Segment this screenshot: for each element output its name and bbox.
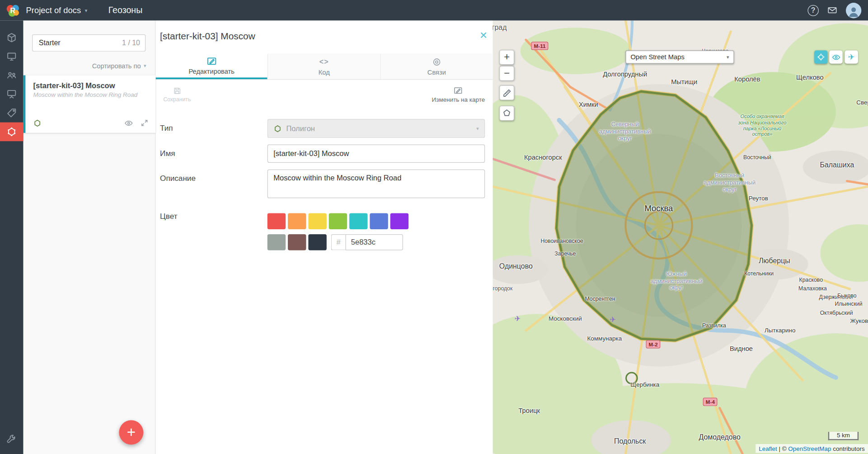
description-textarea[interactable]: Moscow within the Moscow Ring Road xyxy=(267,170,485,199)
search-counter: 1 / 10 xyxy=(122,39,140,47)
polygon-icon xyxy=(273,124,282,132)
top-bar: R Project of docs ▾ Геозоны ? xyxy=(0,0,868,20)
fit-to-map-icon[interactable] xyxy=(140,118,149,128)
sort-dropdown[interactable]: Сортировать по ▾ xyxy=(92,62,146,70)
side-nav xyxy=(0,20,23,454)
airports-layer-icon[interactable]: ✈ xyxy=(845,50,858,63)
save-icon xyxy=(173,86,182,95)
color-swatch[interactable] xyxy=(288,213,306,229)
polygon-icon xyxy=(33,119,42,127)
osm-link[interactable]: OpenStreetMap xyxy=(788,445,831,452)
hex-color-group: # xyxy=(331,234,403,251)
search-input[interactable] xyxy=(38,38,122,47)
name-label: Имя xyxy=(160,149,175,158)
color-swatch[interactable] xyxy=(370,213,388,229)
geozone-list-panel: 1 / 10 Сортировать по ▾ [starter-kit-03]… xyxy=(23,20,155,454)
zoom-in-button[interactable]: + xyxy=(499,50,514,65)
color-swatch[interactable] xyxy=(349,213,367,229)
svg-text:R: R xyxy=(10,7,15,14)
project-switcher[interactable]: Project of docs ▾ xyxy=(26,5,88,15)
tab-label: Код xyxy=(319,68,330,76)
geozone-title: [starter-kit-03] Moscow xyxy=(33,81,150,90)
sort-label: Сортировать по xyxy=(92,62,141,70)
sidebar-item-users[interactable] xyxy=(0,66,23,85)
color-swatch[interactable] xyxy=(267,234,286,251)
close-icon[interactable]: × xyxy=(480,29,487,42)
map-canvas[interactable] xyxy=(493,20,868,454)
color-swatch[interactable] xyxy=(390,213,408,229)
sidebar-item-objects[interactable] xyxy=(0,28,23,47)
page-title: Геозоны xyxy=(108,5,142,15)
detail-tabs: Редактировать <> Код Связи xyxy=(155,54,493,80)
swatch-row-1 xyxy=(267,213,408,229)
save-label: Сохранить xyxy=(163,96,191,102)
avatar[interactable] xyxy=(846,3,861,18)
target-icon xyxy=(432,57,441,66)
topbar-actions: ? xyxy=(807,3,861,18)
color-swatch[interactable] xyxy=(329,213,347,229)
hex-color-input[interactable] xyxy=(345,234,403,251)
search-box: 1 / 10 xyxy=(32,34,145,52)
type-select[interactable]: Полигон ▾ xyxy=(267,119,485,138)
draw-polygon-icon[interactable] xyxy=(499,106,514,121)
chevron-down-icon: ▾ xyxy=(85,8,88,13)
app-logo-icon: R xyxy=(5,3,20,18)
name-input[interactable] xyxy=(267,145,485,163)
edit-on-map-icon xyxy=(454,85,463,95)
color-label: Цвет xyxy=(160,212,177,221)
mail-icon[interactable] xyxy=(827,5,837,15)
help-icon[interactable]: ? xyxy=(807,5,819,15)
sidebar-item-monitoring[interactable] xyxy=(0,47,23,66)
map-layer-select[interactable]: Open Street Maps ▾ xyxy=(625,50,734,63)
edit-on-map-button[interactable]: Изменить на карте xyxy=(432,85,485,103)
sidebar-item-geofences[interactable] xyxy=(0,123,23,142)
detail-toolbar: Сохранить Изменить на карте xyxy=(155,80,493,108)
geozone-list-item[interactable]: [starter-kit-03] Moscow Moscow within th… xyxy=(23,76,155,133)
swatch-row-2 xyxy=(267,234,327,251)
tab-label: Связи xyxy=(427,68,446,76)
type-label: Тип xyxy=(160,123,173,132)
sidebar-item-tools[interactable] xyxy=(0,430,23,449)
color-swatch[interactable] xyxy=(308,234,326,251)
project-name: Project of docs xyxy=(26,5,81,15)
visibility-eye-icon[interactable] xyxy=(829,50,842,63)
map-scale: 5 km xyxy=(828,432,859,440)
type-value: Полигон xyxy=(286,124,315,132)
code-icon: <> xyxy=(319,57,329,66)
tab-label: Редактировать xyxy=(188,67,235,75)
zoom-out-button[interactable]: − xyxy=(499,66,514,81)
detail-title: [starter-kit-03] Moscow xyxy=(160,31,255,42)
save-button[interactable]: Сохранить xyxy=(163,86,191,102)
edit-on-map-label: Изменить на карте xyxy=(432,96,485,103)
description-label: Описание xyxy=(160,174,196,183)
attribution-sep: | © xyxy=(777,445,788,452)
measure-ruler-icon[interactable] xyxy=(499,85,514,100)
map-attribution: Leaflet | © OpenStreetMap contributors xyxy=(755,444,868,453)
color-swatch[interactable] xyxy=(308,213,326,229)
chevron-down-icon: ▾ xyxy=(476,126,479,131)
tab-code[interactable]: <> Код xyxy=(267,54,380,79)
color-swatch[interactable] xyxy=(267,213,286,229)
color-swatch[interactable] xyxy=(288,234,306,251)
tab-relations[interactable]: Связи xyxy=(380,54,493,79)
sidebar-item-tags[interactable] xyxy=(0,104,23,123)
leaflet-link[interactable]: Leaflet xyxy=(759,445,777,452)
tab-edit[interactable]: Редактировать xyxy=(155,54,267,79)
geozone-detail-panel: [starter-kit-03] Moscow × Редактировать … xyxy=(155,20,493,454)
edit-icon xyxy=(206,56,217,66)
attribution-suffix: contributors xyxy=(831,445,864,452)
follow-crosshair-icon[interactable] xyxy=(814,50,827,63)
visibility-eye-icon[interactable] xyxy=(124,118,133,128)
map-layer-value: Open Street Maps xyxy=(630,53,684,61)
geozone-subtitle: Moscow within the Moscow Ring Road xyxy=(33,91,150,98)
map-container: МоскваХимкиДолгопрудныйМытищиКоролёвЩелк… xyxy=(493,20,868,454)
chevron-down-icon: ▾ xyxy=(144,63,146,69)
chevron-down-icon: ▾ xyxy=(727,54,729,60)
add-geozone-button[interactable]: + xyxy=(119,420,143,445)
hex-prefix: # xyxy=(331,234,346,251)
app: R Project of docs ▾ Геозоны ? 1 / 10 Сор… xyxy=(0,0,868,454)
sidebar-item-reports[interactable] xyxy=(0,85,23,104)
